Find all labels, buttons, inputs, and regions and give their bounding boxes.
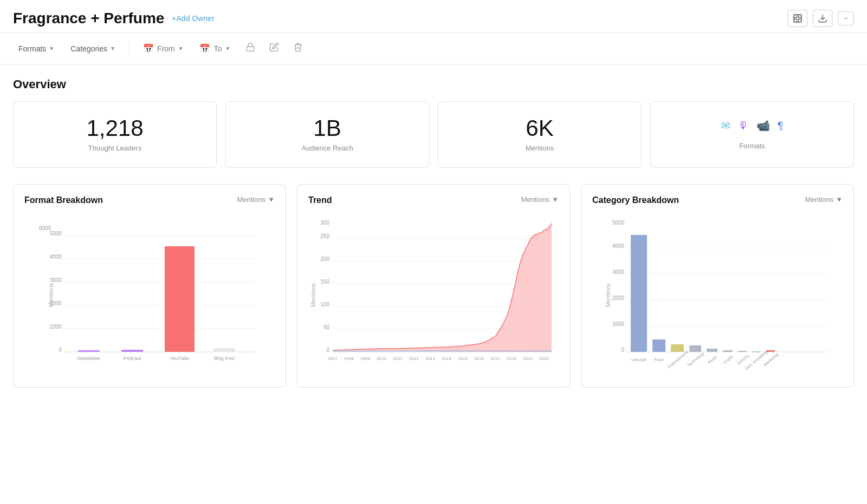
svg-text:4000: 4000 [50,254,62,260]
category-dropdown-arrow: ▼ [836,195,843,204]
overview-title: Overview [13,77,854,91]
more-options-button[interactable] [838,11,854,25]
svg-text:2011: 2011 [393,356,403,361]
svg-text:Mentions: Mentions [48,283,54,307]
category-breakdown-header: Category Breakdown Mentions ▼ [592,195,843,207]
podcast-icon: 🎙 [738,120,749,132]
svg-text:5000: 5000 [50,231,62,237]
lock-button[interactable] [241,40,260,57]
svg-text:Music: Music [707,354,719,365]
to-date-filter[interactable]: 📅 To ▼ [194,41,236,56]
svg-text:2010: 2010 [377,356,386,361]
svg-rect-0 [794,15,801,22]
category-breakdown-area: 0 1000 2000 3000 4000 5000 Mentions [592,214,843,376]
svg-rect-6 [247,47,254,51]
format-icons: ✉ 🎙 📹 ¶ [721,119,784,132]
svg-text:Food: Food [654,357,663,362]
svg-text:0: 0 [59,347,62,353]
svg-text:200: 200 [320,256,329,262]
svg-text:6000: 6000 [39,225,51,231]
svg-text:2009: 2009 [360,356,370,361]
svg-text:Mentions: Mentions [310,283,316,307]
blog-icon: ¶ [778,120,784,132]
formats-label: Formats [18,44,46,53]
format-mentions-dropdown[interactable]: Mentions ▼ [237,195,275,204]
toolbar: Formats ▼ Categories ▼ 📅 From ▼ 📅 To ▼ [0,33,867,64]
svg-rect-80 [723,350,733,352]
svg-rect-43 [333,350,552,352]
thought-leaders-value: 1,218 [86,117,143,140]
gallery-button[interactable] [788,10,807,27]
edit-icon [269,42,279,52]
to-calendar-icon: 📅 [199,43,210,54]
svg-text:2020: 2020 [539,356,549,361]
mentions-label: Mentions [526,144,554,152]
svg-rect-74 [671,344,684,352]
download-button[interactable] [813,10,832,27]
category-breakdown-chart: Category Breakdown Mentions ▼ 0 1000 200… [581,184,854,388]
email-icon: ✉ [721,119,730,132]
svg-text:1000: 1000 [612,321,625,327]
svg-text:Entertainment: Entertainment [667,349,689,369]
thought-leaders-card: 1,218 Thought Leaders [13,101,217,168]
svg-text:50: 50 [323,324,330,330]
svg-text:150: 150 [320,279,329,285]
svg-text:Lifestyle: Lifestyle [631,357,646,362]
svg-text:Crafts: Crafts [722,354,734,365]
format-breakdown-chart: Format Breakdown Mentions ▼ 0 1000 2000 … [13,184,286,388]
trend-header: Trend Mentions ▼ [308,195,559,207]
trend-mentions-dropdown[interactable]: Mentions ▼ [521,195,559,204]
formats-card-label: Formats [739,142,765,150]
mentions-value: 6K [526,117,553,140]
svg-rect-21 [78,350,100,352]
svg-text:2016: 2016 [474,356,484,361]
trend-svg: 0 50 100 150 200 250 300 Mentions [308,214,559,371]
category-mentions-dropdown[interactable]: Mentions ▼ [805,195,843,204]
edit-button[interactable] [265,40,283,57]
svg-rect-23 [121,350,143,352]
svg-text:5000: 5000 [612,220,625,226]
to-arrow-icon: ▼ [225,45,230,51]
trend-dropdown-arrow: ▼ [552,195,559,204]
svg-rect-70 [631,235,647,352]
svg-text:Mentions: Mentions [605,283,611,307]
categories-label: Categories [70,44,107,53]
audience-reach-label: Audience Reach [301,144,353,152]
toolbar-separator-1 [129,42,130,55]
svg-text:2012: 2012 [409,356,419,361]
category-breakdown-svg: 0 1000 2000 3000 4000 5000 Mentions [592,214,843,371]
from-arrow-icon: ▼ [178,45,184,51]
content: Overview 1,218 Thought Leaders 1B Audien… [0,64,867,401]
svg-text:2014: 2014 [442,356,451,361]
format-dropdown-arrow: ▼ [268,195,275,204]
formats-dropdown[interactable]: Formats ▼ [13,42,60,56]
svg-text:Blog Post: Blog Post [214,356,235,361]
svg-text:2013: 2013 [425,356,435,361]
trash-icon [293,42,303,52]
svg-text:2018: 2018 [507,356,516,361]
header: Fragrance + Perfume +Add Owner [0,0,867,33]
video-icon: 📹 [756,119,770,132]
svg-text:250: 250 [320,233,329,239]
svg-text:4000: 4000 [612,243,625,249]
lock-icon [245,42,255,52]
delete-button[interactable] [289,40,307,57]
svg-text:Podcast: Podcast [124,356,141,361]
svg-text:YouTube: YouTube [170,356,189,361]
mentions-card: 6K Mentions [438,101,642,168]
from-date-filter[interactable]: 📅 From ▼ [138,41,189,56]
formats-arrow-icon: ▼ [49,45,54,51]
add-owner-link[interactable]: +Add Owner [172,14,214,23]
svg-text:300: 300 [320,220,329,226]
from-label: From [157,44,175,53]
from-calendar-icon: 📅 [143,43,154,54]
svg-rect-76 [689,345,701,352]
format-breakdown-svg: 0 1000 2000 3000 4000 5000 6000 Mentions [24,214,275,371]
trend-chart: Trend Mentions ▼ 0 50 100 150 200 250 30… [297,184,570,388]
format-breakdown-header: Format Breakdown Mentions ▼ [24,195,275,207]
svg-text:2017: 2017 [490,356,500,361]
categories-dropdown[interactable]: Categories ▼ [65,42,121,56]
svg-text:0: 0 [621,347,624,353]
trend-title: Trend [308,195,332,205]
category-breakdown-title: Category Breakdown [592,195,679,205]
